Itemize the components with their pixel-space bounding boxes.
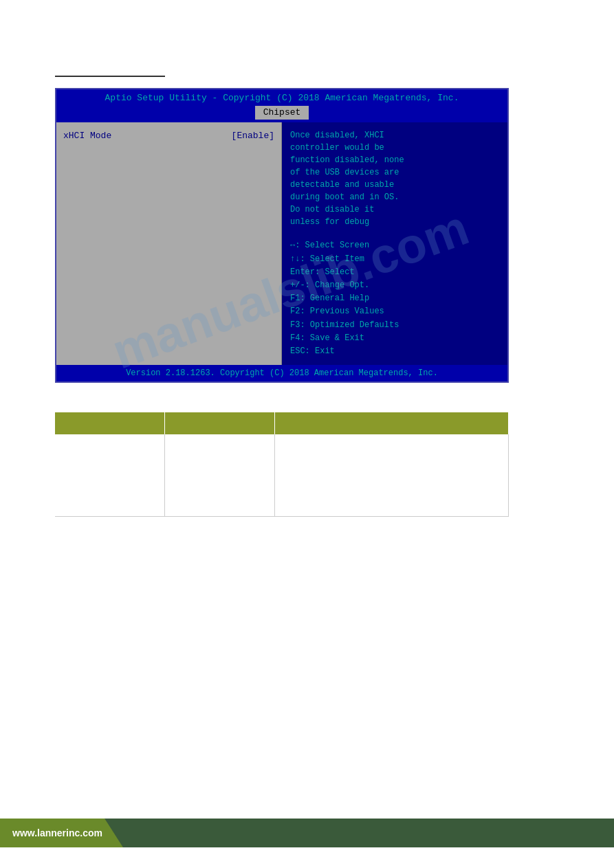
bios-setting-value: [Enable]: [232, 131, 274, 141]
bios-setting-row[interactable]: xHCI Mode [Enable]: [63, 131, 274, 141]
footer-logo-box: www.lannerinc.com: [0, 819, 123, 847]
page-wrapper: Aptio Setup Utility - Copyright (C) 2018…: [0, 0, 614, 868]
bottom-footer: www.lannerinc.com: [0, 819, 614, 847]
bios-title: Aptio Setup Utility - Copyright (C) 2018…: [62, 92, 502, 104]
top-rule: [55, 76, 165, 77]
bios-active-tab[interactable]: Chipset: [255, 106, 309, 120]
table-header-row: [55, 412, 509, 434]
bios-setting-label: xHCI Mode: [63, 131, 232, 141]
bios-help-text: Once disabled, XHCI controller would be …: [290, 129, 499, 228]
table-header-cell-2: [165, 412, 275, 434]
table-body-cell-1: [55, 434, 165, 516]
bios-footer-text: Version 2.18.1263. Copyright (C) 2018 Am…: [126, 368, 438, 378]
table-section: [55, 412, 509, 517]
footer-website: www.lannerinc.com: [12, 827, 102, 838]
bios-keys: ↔: Select Screen ↑↓: Select Item Enter: …: [290, 239, 499, 358]
bios-main: xHCI Mode [Enable] Once disabled, XHCI c…: [56, 122, 507, 365]
bios-right-panel: Once disabled, XHCI controller would be …: [282, 122, 507, 365]
bios-header: Aptio Setup Utility - Copyright (C) 2018…: [56, 89, 507, 122]
bios-footer: Version 2.18.1263. Copyright (C) 2018 Am…: [56, 365, 507, 381]
table-header-cell-1: [55, 412, 165, 434]
table-body-cell-2: [165, 434, 275, 516]
table-header-cell-3: [275, 412, 509, 434]
table-body-row: [55, 434, 509, 517]
table-body-cell-3: [275, 434, 509, 516]
bios-left-panel: xHCI Mode [Enable]: [56, 122, 282, 365]
bios-container: Aptio Setup Utility - Copyright (C) 2018…: [55, 88, 509, 383]
